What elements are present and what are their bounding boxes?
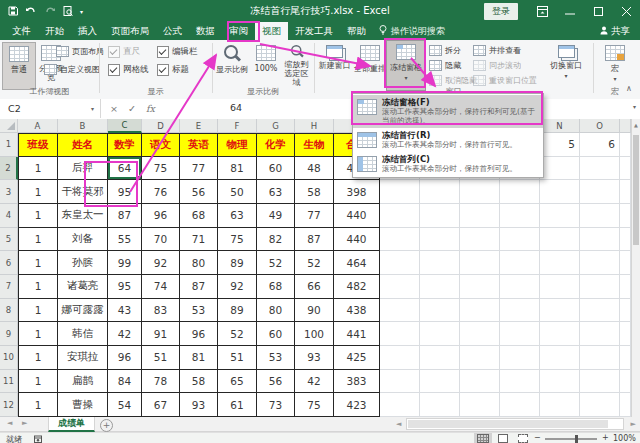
cell-J11[interactable] [380,370,420,394]
cell-E3[interactable]: 56 [180,180,218,204]
cell-F5[interactable]: 75 [218,228,257,252]
cell-I10[interactable]: 425 [334,346,380,370]
cell-K6[interactable] [420,251,460,275]
cell-H4[interactable]: 77 [295,204,334,228]
new-window-button[interactable]: 新建窗口 [317,42,352,88]
normal-view-mode-button[interactable] [474,433,492,443]
cell-C12[interactable]: 54 [108,393,142,417]
horizontal-scrollbar-thumb[interactable] [408,420,608,428]
cell-N7[interactable] [540,275,580,299]
cell-H11[interactable]: 42 [295,370,334,394]
cell-B9[interactable]: 韩信 [58,322,108,346]
cell-B2[interactable]: 后羿 [58,157,108,181]
select-all-corner[interactable] [0,119,18,133]
switch-windows-button[interactable]: 切换窗口 ▾ [545,42,587,88]
row-header-11[interactable]: 11 [0,370,18,394]
cell-F6[interactable]: 89 [218,251,257,275]
cell-E8[interactable]: 53 [180,299,218,323]
reset-window-position-button[interactable]: 重设窗口位置 [473,75,537,86]
gridlines-checkbox[interactable]: 网格线 [108,64,149,76]
ribbon-tab-7[interactable]: 视图 [255,22,288,40]
view-side-by-side-button[interactable]: 并排查看 [473,45,521,56]
ribbon-tab-3[interactable]: 页面布局 [104,22,156,40]
cell-G2[interactable]: 60 [257,157,295,181]
cell-F8[interactable]: 89 [218,299,257,323]
col-header-O[interactable]: O [580,119,620,133]
cell-J7[interactable] [380,275,420,299]
name-box[interactable]: C2 ▾ [0,99,101,118]
print-preview-icon[interactable] [63,6,73,17]
cell-D4[interactable]: 96 [142,204,180,228]
cell-I12[interactable]: 423 [334,393,380,417]
cell-O10[interactable] [580,346,620,370]
ribbon-tab-8[interactable]: 开发工具 [288,22,340,40]
cell-L7[interactable] [460,275,500,299]
ribbon-tab-1[interactable]: 开始 [38,22,71,40]
synchronous-scrolling-button[interactable]: 同步滚动 [473,60,521,71]
cell-E10[interactable]: 81 [180,346,218,370]
cell-G6[interactable]: 52 [257,251,295,275]
cell-M4[interactable] [500,204,540,228]
ribbon-tab-6[interactable]: 审阅 [222,22,255,40]
cell-C8[interactable]: 43 [108,299,142,323]
cell-M7[interactable] [500,275,540,299]
cell-N12[interactable] [540,393,580,417]
row-header-4[interactable]: 4 [0,204,18,228]
cell-O6[interactable] [580,251,620,275]
cell-L11[interactable] [460,370,500,394]
cell-N9[interactable] [540,322,580,346]
cell-partial-3[interactable] [620,180,631,204]
cell-A3[interactable]: 1 [18,180,58,204]
cell-G3[interactable]: 63 [257,180,295,204]
cell-H10[interactable]: 93 [295,346,334,370]
cell-K4[interactable] [420,204,460,228]
fill-handle[interactable] [137,175,142,180]
cell-N6[interactable] [540,251,580,275]
col-header-G[interactable]: G [257,119,295,133]
cell-F12[interactable]: 61 [218,393,257,417]
col-header-A[interactable]: A [18,119,58,133]
horizontal-scrollbar[interactable]: ◄ ► [396,418,636,430]
cell-C4[interactable]: 87 [108,204,142,228]
cell-B5[interactable]: 刘备 [58,228,108,252]
cell-O5[interactable] [580,228,620,252]
insert-function-icon[interactable]: fx [146,103,155,114]
vertical-scrollbar[interactable]: ▲ [631,119,640,417]
scroll-up-icon[interactable]: ▲ [632,122,640,128]
cell-N8[interactable] [540,299,580,323]
cell-N4[interactable] [540,204,580,228]
cell-G7[interactable]: 68 [257,275,295,299]
cell-N11[interactable] [540,370,580,394]
collapse-ribbon-icon[interactable]: ∧ [626,84,632,93]
cell-K5[interactable] [420,228,460,252]
page-layout-mode-button[interactable] [494,433,512,443]
cell-E1[interactable]: 英语 [180,133,218,157]
cell-O2[interactable] [580,157,620,181]
row-header-9[interactable]: 9 [0,322,18,346]
cell-J9[interactable] [380,322,420,346]
zoom-slider-thumb[interactable] [575,435,578,443]
cell-A4[interactable]: 1 [18,204,58,228]
cell-N3[interactable] [540,180,580,204]
cell-N5[interactable] [540,228,580,252]
cell-C6[interactable]: 99 [108,251,142,275]
cell-O3[interactable] [580,180,620,204]
ribbon-tab-5[interactable]: 数据 [189,22,222,40]
col-header-F[interactable]: F [218,119,257,133]
cell-F4[interactable]: 63 [218,204,257,228]
cell-partial-7[interactable] [620,275,631,299]
cell-G9[interactable]: 60 [257,322,295,346]
tell-me-box[interactable]: 操作说明搜索 [379,22,445,40]
sheet-tab-active[interactable]: 成绩单 [48,417,95,432]
cell-G4[interactable]: 49 [257,204,295,228]
zoom-out-button[interactable]: − [534,433,541,442]
cell-M11[interactable] [500,370,540,394]
arrange-all-button[interactable]: 全部重排 [353,42,387,88]
minimize-button[interactable] [556,0,584,22]
close-button[interactable] [612,0,640,22]
col-header-partial[interactable] [620,119,631,133]
split-button[interactable]: 拆分 [429,45,461,56]
cell-O1[interactable]: 6 [580,133,620,157]
cell-G1[interactable]: 化学 [257,133,295,157]
cell-E6[interactable]: 80 [180,251,218,275]
